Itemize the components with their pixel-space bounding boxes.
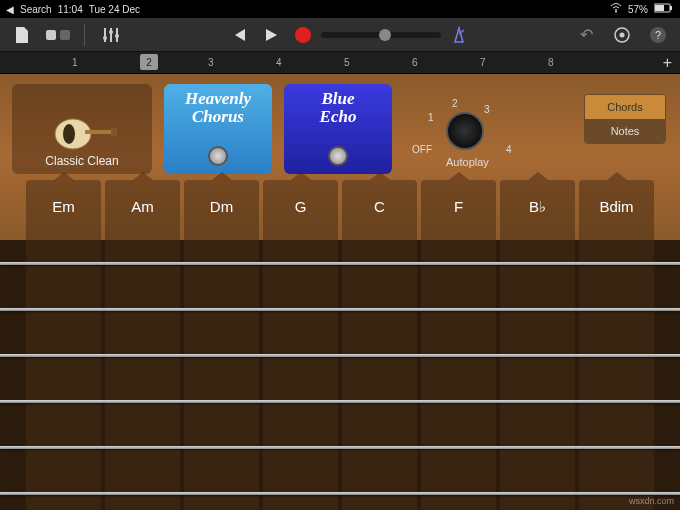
svg-text:?: ? (655, 29, 661, 41)
my-songs-button[interactable] (8, 23, 36, 47)
chord-strip[interactable]: F (421, 180, 496, 240)
chord-header-row: Em Am Dm G C F B♭ Bdim (0, 180, 680, 240)
autoplay-control: OFF 1 2 3 4 Autoplay (410, 86, 530, 172)
svg-point-10 (109, 30, 113, 34)
pedal-footswitch[interactable] (208, 146, 228, 166)
svg-point-0 (615, 11, 617, 13)
pedal-heavenly-chorus[interactable]: Heavenly Chorus (164, 84, 272, 174)
battery-icon (654, 3, 674, 15)
chord-strip[interactable]: Bdim (579, 180, 654, 240)
chord-column[interactable] (342, 240, 417, 510)
guitar-string-6[interactable] (0, 262, 680, 265)
svg-rect-19 (85, 130, 113, 134)
playhead-marker[interactable]: 2 (140, 54, 158, 70)
autoplay-pos-off: OFF (412, 144, 432, 155)
undo-button[interactable]: ↶ (572, 23, 600, 47)
guitar-string-3[interactable] (0, 400, 680, 403)
pedal-label-line1: Heavenly (185, 90, 251, 108)
chord-strip[interactable]: C (342, 180, 417, 240)
svg-rect-5 (60, 30, 70, 40)
guitar-string-1[interactable] (0, 492, 680, 495)
back-label[interactable]: Search (20, 4, 52, 15)
guitar-icon (47, 108, 117, 154)
help-button[interactable]: ? (644, 23, 672, 47)
autoplay-label: Autoplay (446, 156, 489, 168)
play-button[interactable] (257, 23, 285, 47)
pedal-label-line1: Blue (320, 90, 357, 108)
chord-strip[interactable]: Am (105, 180, 180, 240)
pedal-label-line2: Chorus (185, 108, 251, 126)
ruler-tick: 3 (208, 57, 276, 68)
autoplay-pos-1: 1 (428, 112, 434, 123)
pedal-footswitch[interactable] (328, 146, 348, 166)
chord-column[interactable] (184, 240, 259, 510)
chord-column[interactable] (500, 240, 575, 510)
track-controls-button[interactable] (97, 23, 125, 47)
ruler-tick: 5 (344, 57, 412, 68)
svg-point-18 (63, 124, 75, 144)
slider-knob[interactable] (379, 29, 391, 41)
svg-rect-3 (670, 6, 672, 10)
chord-strip[interactable]: B♭ (500, 180, 575, 240)
svg-point-9 (103, 36, 107, 40)
svg-point-11 (115, 34, 119, 38)
instrument-panel: Classic Clean Heavenly Chorus Blue Echo … (0, 74, 680, 240)
record-button[interactable] (289, 23, 317, 47)
segmented-chords[interactable]: Chords (585, 95, 665, 119)
master-volume-slider[interactable] (321, 32, 441, 38)
back-chevron-icon[interactable]: ◀ (6, 4, 14, 15)
watermark: wsxdn.com (629, 496, 674, 506)
chord-column[interactable] (105, 240, 180, 510)
status-date: Tue 24 Dec (89, 4, 140, 15)
timeline-ruler[interactable]: 1 2 3 4 5 6 7 8 2 + (0, 52, 680, 74)
svg-rect-20 (111, 128, 117, 136)
guitar-string-5[interactable] (0, 308, 680, 311)
autoplay-pos-3: 3 (484, 104, 490, 115)
guitar-string-4[interactable] (0, 354, 680, 357)
guitar-preset-tile[interactable]: Classic Clean (12, 84, 152, 174)
pedal-blue-echo[interactable]: Blue Echo (284, 84, 392, 174)
chord-strip[interactable]: G (263, 180, 338, 240)
app-toolbar: ↶ ? (0, 18, 680, 52)
chord-column[interactable] (421, 240, 496, 510)
autoplay-knob[interactable] (446, 112, 484, 150)
ruler-tick: 4 (276, 57, 344, 68)
chords-notes-segmented: Chords Notes (584, 94, 666, 144)
autoplay-pos-2: 2 (452, 98, 458, 109)
metronome-button[interactable] (445, 23, 473, 47)
svg-rect-4 (46, 30, 56, 40)
chord-column[interactable] (263, 240, 338, 510)
guitar-string-2[interactable] (0, 446, 680, 449)
svg-rect-2 (655, 5, 664, 11)
wifi-icon (610, 3, 622, 15)
preset-label: Classic Clean (45, 154, 118, 168)
svg-point-14 (620, 32, 625, 37)
ipad-status-bar: ◀ Search 11:04 Tue 24 Dec 57% (0, 0, 680, 18)
browser-button[interactable] (44, 23, 72, 47)
ruler-tick: 8 (548, 57, 616, 68)
battery-percent: 57% (628, 4, 648, 15)
chord-column[interactable] (579, 240, 654, 510)
status-time: 11:04 (58, 4, 83, 15)
chord-strip[interactable]: Em (26, 180, 101, 240)
segmented-notes[interactable]: Notes (585, 119, 665, 143)
add-section-button[interactable]: + (663, 54, 672, 72)
settings-button[interactable] (608, 23, 636, 47)
ruler-tick: 6 (412, 57, 480, 68)
chord-column[interactable] (26, 240, 101, 510)
guitar-fretboard: wsxdn.com (0, 240, 680, 510)
autoplay-pos-4: 4 (506, 144, 512, 155)
go-to-start-button[interactable] (225, 23, 253, 47)
ruler-tick: 7 (480, 57, 548, 68)
ruler-tick: 1 (72, 57, 140, 68)
chord-strip[interactable]: Dm (184, 180, 259, 240)
pedal-label-line2: Echo (320, 108, 357, 126)
